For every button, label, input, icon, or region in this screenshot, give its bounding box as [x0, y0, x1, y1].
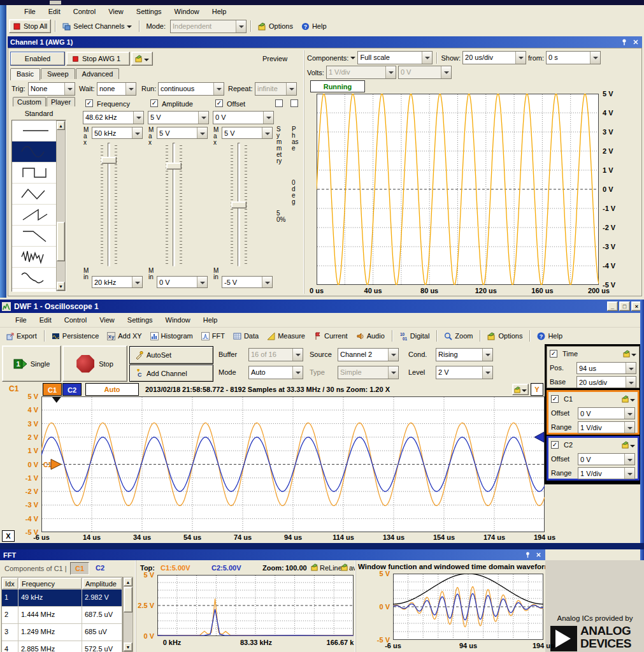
- toolbar-audio-button[interactable]: Audio: [353, 329, 388, 343]
- stop-all-button[interactable]: Stop All: [9, 19, 51, 33]
- scope-menu-file[interactable]: File: [9, 314, 33, 326]
- buffer-select[interactable]: 16 of 16: [248, 348, 303, 361]
- enabled-button[interactable]: Enabled: [10, 52, 65, 66]
- frequency-slider-thumb[interactable]: [101, 157, 117, 164]
- amplitude-slider[interactable]: [166, 143, 182, 266]
- fft-tab-c2[interactable]: C2: [91, 562, 109, 575]
- scope-menu-settings[interactable]: Settings: [121, 314, 159, 326]
- scope-menu-window[interactable]: Window: [159, 314, 197, 326]
- offset-slider[interactable]: [231, 143, 247, 266]
- waveform-item-ramp-down[interactable]: [12, 226, 56, 247]
- toolbar-options-button[interactable]: Options: [484, 329, 526, 343]
- toolbar-export-button[interactable]: Export: [3, 329, 40, 343]
- awg-menu-help[interactable]: Help: [206, 6, 233, 17]
- volts-div-select[interactable]: 1 V/div: [326, 66, 396, 79]
- offset-min-select[interactable]: -5 V: [222, 276, 273, 288]
- offset-max-select[interactable]: 5 V: [222, 127, 273, 139]
- fft-plot[interactable]: [157, 575, 354, 636]
- fft-col-amplitude[interactable]: Amplitude: [82, 577, 122, 590]
- toolbar-histogram-button[interactable]: Histogram: [147, 329, 196, 343]
- tab-advanced[interactable]: Advanced: [76, 68, 120, 79]
- minimize-button[interactable]: _: [607, 301, 618, 311]
- toolbar-fft-button[interactable]: FFT: [198, 329, 228, 343]
- tab-sweep[interactable]: Sweep: [41, 68, 75, 79]
- table-row[interactable]: 149 kHz2.982 V: [2, 590, 122, 607]
- fft-col-idx[interactable]: Idx: [2, 577, 18, 590]
- close-icon[interactable]: [535, 551, 542, 558]
- pin-icon[interactable]: [524, 551, 531, 558]
- fft-table-scrollbar[interactable]: ▲ ▼: [123, 577, 133, 652]
- waveform-item-square[interactable]: [12, 163, 56, 184]
- repeat-select[interactable]: infinite: [255, 82, 297, 96]
- frequency-max-select[interactable]: 50 kHz: [92, 127, 143, 139]
- scale-select[interactable]: Full scale: [357, 51, 433, 64]
- shape-tab-player[interactable]: Player: [47, 97, 75, 106]
- c2-range-select[interactable]: 1 V/div: [578, 467, 635, 479]
- awg-menu-window[interactable]: Window: [168, 6, 206, 17]
- c1-offset-select[interactable]: 0 V: [578, 407, 635, 419]
- scope-mode-select[interactable]: Auto: [248, 366, 303, 379]
- x-axis-button[interactable]: X: [2, 530, 15, 542]
- frequency-select[interactable]: 48.62 kHz: [83, 111, 144, 124]
- options-icon[interactable]: [341, 563, 348, 571]
- awg-menu-control[interactable]: Control: [67, 6, 102, 17]
- waveform-item-sine[interactable]: [12, 141, 56, 163]
- trig-select[interactable]: None: [28, 82, 75, 96]
- tab-c2[interactable]: C2: [62, 383, 82, 396]
- amplitude-select[interactable]: 5 V: [148, 111, 209, 124]
- scope-titlebar[interactable]: DWF 1 - Oscilloscope 1 _ □ ×: [0, 300, 644, 313]
- time-checkbox[interactable]: ✓: [550, 350, 557, 358]
- wait-select[interactable]: none: [97, 82, 136, 96]
- offset-slider-thumb[interactable]: [231, 201, 247, 208]
- stop-button[interactable]: Stop: [62, 345, 127, 382]
- add-channel-button[interactable]: C Add Channel: [129, 365, 213, 382]
- toolbar-help-button[interactable]: ?Help: [534, 329, 566, 343]
- pin-icon[interactable]: [620, 38, 628, 46]
- scrollbar-thumb[interactable]: [57, 222, 65, 261]
- cond-select[interactable]: Rising: [436, 348, 493, 361]
- fft-av-text[interactable]: av: [349, 564, 355, 572]
- options-button[interactable]: Options: [255, 19, 296, 33]
- waveform-item-triangle[interactable]: [12, 184, 56, 205]
- components-label[interactable]: Components:: [307, 54, 348, 62]
- table-row[interactable]: 21.444 MHz687.5 uV: [2, 607, 122, 624]
- c1-range-select[interactable]: 1 V/div: [578, 421, 635, 433]
- mode-select[interactable]: Independent: [170, 20, 247, 33]
- amplitude-min-select[interactable]: 0 V: [157, 276, 208, 288]
- c1-checkbox[interactable]: ✓: [551, 395, 559, 403]
- help-button[interactable]: ? Help: [298, 19, 330, 33]
- offset-select[interactable]: 0 V: [213, 111, 274, 124]
- run-select[interactable]: continuous: [158, 82, 224, 96]
- toolbar-measure-button[interactable]: Measure: [264, 329, 308, 343]
- frequency-slider[interactable]: [101, 143, 117, 266]
- type-select[interactable]: Simple: [338, 366, 399, 379]
- maximize-button[interactable]: □: [619, 301, 630, 311]
- tab-basic[interactable]: Basic: [10, 68, 40, 80]
- close-icon[interactable]: [632, 38, 640, 46]
- level-select[interactable]: 2 V: [436, 366, 493, 379]
- awg-options-dropdown[interactable]: [131, 52, 153, 66]
- symmetry-checkbox[interactable]: [275, 99, 283, 107]
- time-pos-select[interactable]: 94 us: [576, 362, 636, 374]
- amplitude-max-select[interactable]: 5 V: [157, 127, 208, 139]
- table-row[interactable]: 42.885 MHz572.5 uV: [2, 641, 122, 652]
- time-options-button[interactable]: [623, 349, 636, 359]
- c2-checkbox[interactable]: ✓: [551, 441, 559, 449]
- shape-tab-custom[interactable]: Custom: [13, 97, 46, 106]
- y-axis-button[interactable]: Y: [531, 383, 543, 396]
- offset-checkbox[interactable]: ✓: [215, 99, 223, 107]
- scroll-up-icon[interactable]: ▲: [57, 121, 65, 130]
- single-button[interactable]: 1 Single: [2, 345, 61, 382]
- options-icon[interactable]: [311, 563, 318, 571]
- stop-awg-button[interactable]: Stop AWG 1: [66, 52, 130, 66]
- c1-options-button[interactable]: [622, 395, 635, 404]
- waveform-scrollbar[interactable]: ▲ ▼: [56, 120, 66, 291]
- phase-checkbox[interactable]: [290, 99, 298, 107]
- waveform-item-dc[interactable]: [12, 120, 56, 141]
- frequency-min-select[interactable]: 20 kHz: [92, 276, 143, 288]
- awg-menu-file[interactable]: File: [18, 6, 42, 17]
- waveform-item-trapezium[interactable]: [12, 268, 56, 289]
- awg-preview-plot[interactable]: [317, 94, 599, 285]
- c2-offset-select[interactable]: 0 V: [578, 453, 635, 465]
- scope-menu-edit[interactable]: Edit: [33, 314, 58, 326]
